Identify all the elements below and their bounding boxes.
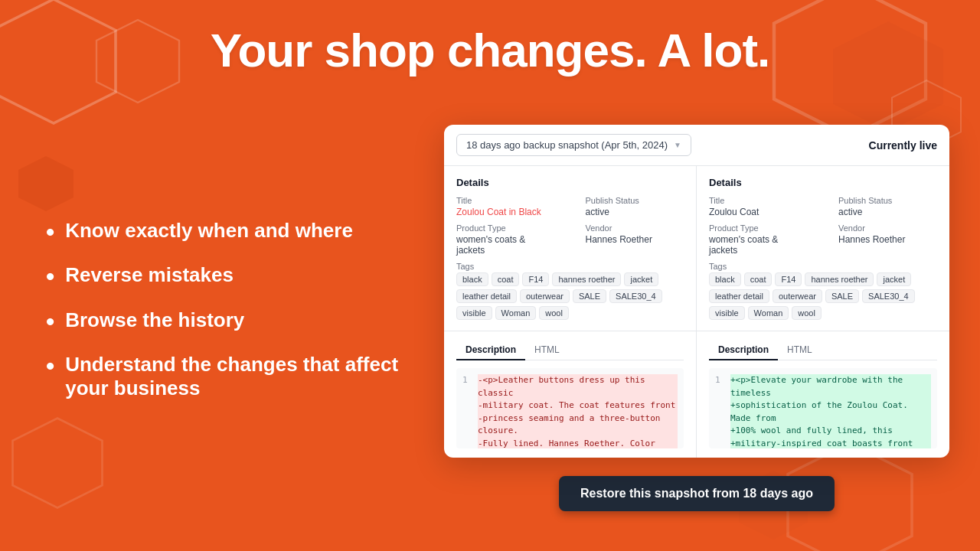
right-desc-tab[interactable]: Description <box>709 341 778 360</box>
tag: outerwear <box>520 289 570 303</box>
tag: jacket <box>877 272 911 286</box>
list-item-2: Reverse mistakes <box>46 263 413 291</box>
tag: coat <box>492 272 520 286</box>
tag: SALE <box>573 289 606 303</box>
tag: outerwear <box>773 289 822 303</box>
right-type-row: Product Type women's coats & jackets Ven… <box>709 223 937 256</box>
list-item-3: Browse the history <box>46 308 413 336</box>
left-details-section: Details Title Zoulou Coat in Black Publi… <box>444 166 696 331</box>
right-desc-section: Description HTML 1+<p>Elevate your wardr… <box>697 331 949 458</box>
tag: SALE30_4 <box>609 289 662 303</box>
right-status-label: Publish Status <box>838 196 937 205</box>
right-vendor-group: Vendor Hannes Roether <box>838 223 937 256</box>
bullet-text-1: Know exactly when and where <box>65 219 353 243</box>
tag: SALE30_4 <box>862 289 915 303</box>
left-desc-tabs: Description HTML <box>456 341 684 360</box>
right-column: Details Title Zoulou Coat Publish Status… <box>697 166 949 458</box>
left-column: Details Title Zoulou Coat in Black Publi… <box>444 166 697 458</box>
header: Your shop changes. A lot. <box>0 0 980 85</box>
left-title-row: Title Zoulou Coat in Black Publish Statu… <box>456 196 684 217</box>
right-code-block: 1+<p>Elevate your wardrobe with the time… <box>709 368 937 448</box>
right-html-tab[interactable]: HTML <box>778 341 822 360</box>
left-tags-row: blackcoatF14hannes roetherjacketleather … <box>456 272 684 320</box>
left-title-value: Zoulou Coat in Black <box>456 207 555 217</box>
left-title-group: Title Zoulou Coat in Black <box>456 196 555 217</box>
tag: visible <box>456 306 492 320</box>
tag: Woman <box>495 306 537 320</box>
feature-list: Know exactly when and where Reverse mist… <box>46 219 413 401</box>
right-title-label: Title <box>709 196 808 205</box>
tag: wool <box>539 306 569 320</box>
bullet-text-4: Understand the changes that affect your … <box>65 353 413 400</box>
right-desc-tabs: Description HTML <box>709 341 937 360</box>
tag: coat <box>744 272 773 286</box>
left-status-value: active <box>586 207 684 217</box>
right-title-row: Title Zoulou Coat Publish Status active <box>709 196 937 217</box>
right-title-value: Zoulou Coat <box>709 207 808 217</box>
left-details-title: Details <box>456 177 684 188</box>
right-status-value: active <box>838 207 937 217</box>
left-status-label: Publish Status <box>586 196 684 205</box>
right-tags-label: Tags <box>709 262 937 271</box>
card-header: 18 days ago backup snapshot (Apr 5th, 20… <box>444 125 949 166</box>
tag: wool <box>792 306 822 320</box>
content-row: Know exactly when and where Reverse mist… <box>0 85 980 551</box>
tag: hannes roether <box>552 272 621 286</box>
tag: F14 <box>522 272 549 286</box>
left-type-label: Product Type <box>456 223 555 233</box>
right-vendor-label: Vendor <box>838 223 937 233</box>
left-title-label: Title <box>456 196 555 205</box>
tag: black <box>456 272 488 286</box>
left-desc-section: Description HTML 1-<p>Leather buttons dr… <box>444 331 696 458</box>
right-type-group: Product Type women's coats & jackets <box>709 223 808 256</box>
left-type-value: women's coats & jackets <box>456 234 555 256</box>
tag: leather detail <box>709 289 769 303</box>
tag: visible <box>709 306 745 320</box>
snapshot-label: 18 days ago backup snapshot (Apr 5th, 20… <box>466 139 668 151</box>
left-type-group: Product Type women's coats & jackets <box>456 223 555 256</box>
left-html-tab[interactable]: HTML <box>525 341 569 360</box>
tag: jacket <box>624 272 658 286</box>
list-item-4: Understand the changes that affect your … <box>46 353 413 400</box>
right-title-group: Title Zoulou Coat <box>709 196 808 217</box>
tag: F14 <box>775 272 802 286</box>
snapshot-dropdown[interactable]: 18 days ago backup snapshot (Apr 5th, 20… <box>456 134 691 156</box>
tag: black <box>709 272 741 286</box>
tag: Woman <box>748 306 789 320</box>
card-body: Details Title Zoulou Coat in Black Publi… <box>444 166 949 458</box>
page-wrapper: Your shop changes. A lot. Know exactly w… <box>0 0 980 551</box>
right-status-group: Publish Status active <box>838 196 937 217</box>
left-status-group: Publish Status active <box>586 196 684 217</box>
left-tags-label: Tags <box>456 262 684 271</box>
right-type-label: Product Type <box>709 223 808 233</box>
left-vendor-value: Hannes Roether <box>586 234 684 245</box>
right-details-section: Details Title Zoulou Coat Publish Status… <box>697 166 949 331</box>
left-code-block: 1-<p>Leather buttons dress up this class… <box>456 368 684 448</box>
main-title: Your shop changes. A lot. <box>31 23 949 77</box>
right-tags-row: blackcoatF14hannes roetherjacketleather … <box>709 272 937 320</box>
tag: hannes roether <box>805 272 874 286</box>
left-type-row: Product Type women's coats & jackets Ven… <box>456 223 684 256</box>
ui-demo-card: 18 days ago backup snapshot (Apr 5th, 20… <box>444 125 949 458</box>
left-vendor-label: Vendor <box>586 223 684 233</box>
tag: leather detail <box>456 289 517 303</box>
bullet-text-2: Reverse mistakes <box>65 263 234 287</box>
restore-button-wrapper: Restore this snapshot from 18 days ago <box>559 476 835 511</box>
chevron-down-icon: ▼ <box>674 141 681 149</box>
left-desc-tab[interactable]: Description <box>456 341 525 360</box>
tag: SALE <box>825 289 859 303</box>
right-panel: 18 days ago backup snapshot (Apr 5th, 20… <box>444 125 949 511</box>
currently-live-label: Currently live <box>869 139 937 152</box>
right-type-value: women's coats & jackets <box>709 234 808 256</box>
left-panel: Know exactly when and where Reverse mist… <box>46 219 413 418</box>
restore-button[interactable]: Restore this snapshot from 18 days ago <box>559 476 835 511</box>
right-details-title: Details <box>709 177 937 188</box>
list-item-1: Know exactly when and where <box>46 219 413 246</box>
left-vendor-group: Vendor Hannes Roether <box>586 223 684 256</box>
right-vendor-value: Hannes Roether <box>838 234 937 245</box>
bullet-text-3: Browse the history <box>65 308 244 332</box>
